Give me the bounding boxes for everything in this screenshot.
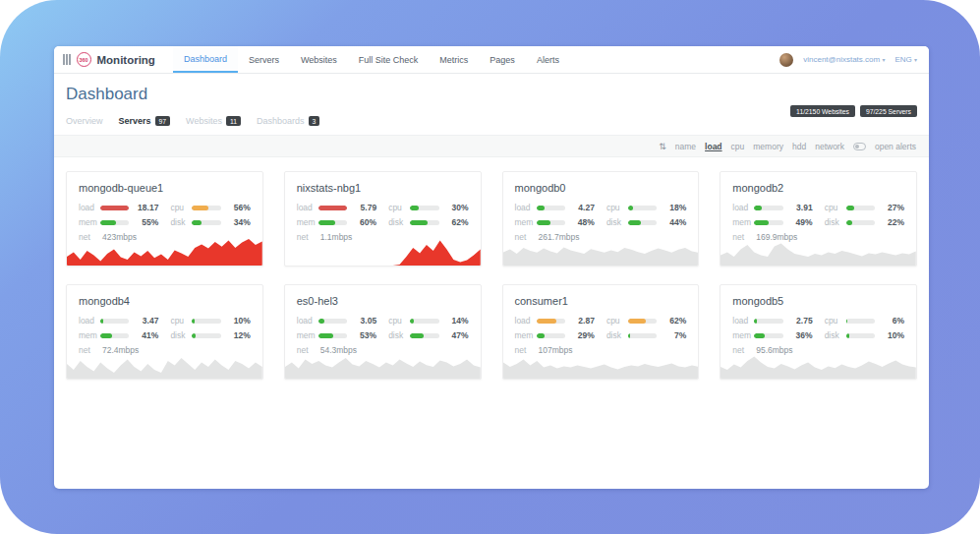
load-bar [537, 319, 565, 324]
open-alerts-filter[interactable]: open alerts [875, 142, 916, 151]
load-label: load [297, 316, 318, 326]
disk-bar [846, 333, 875, 338]
sort-by-load[interactable]: load [705, 142, 721, 151]
nav-tabs: Dashboard Servers Websites Full Site Che… [173, 46, 570, 73]
server-card[interactable]: mongodb4 load 3.47 cpu 10% mem 41% [66, 284, 263, 380]
page-header: Dashboard 11/2150 Websites 97/225 Server… [54, 74, 929, 135]
cpu-value: 30% [439, 203, 469, 212]
load-bar [754, 319, 782, 324]
tab-full-site-check[interactable]: Full Site Check [348, 46, 430, 73]
tab-dashboard[interactable]: Dashboard [173, 46, 238, 73]
load-bar [754, 206, 782, 210]
load-sparkline [285, 236, 481, 266]
user-menu[interactable]: vincent@nixstats.com ▾ [803, 55, 885, 64]
load-sparkline [721, 349, 916, 379]
mockup-frame: 360 Monitoring Dashboard Servers Website… [0, 0, 980, 534]
sort-by-hdd[interactable]: hdd [792, 142, 806, 151]
server-card[interactable]: nixstats-nbg1 load 5.79 cpu 30% mem [284, 171, 482, 267]
subtab-servers[interactable]: Servers97 [119, 116, 171, 126]
cpu-label: cpu [606, 316, 628, 326]
cpu-value: 10% [221, 316, 251, 326]
load-bar [100, 206, 129, 210]
cpu-label: cpu [388, 203, 410, 212]
mem-value: 53% [347, 330, 376, 340]
mem-bar [754, 220, 782, 225]
mem-value: 55% [129, 217, 158, 227]
load-sparkline [67, 349, 262, 379]
server-name[interactable]: mongodb0 [503, 172, 699, 203]
subtab-dashboards[interactable]: Dashboards3 [257, 116, 319, 126]
apps-grid-icon[interactable] [63, 54, 71, 65]
load-label: load [79, 316, 100, 326]
disk-bar [410, 220, 438, 225]
servers-count-badge[interactable]: 97/225 Servers [860, 105, 917, 117]
tab-pages[interactable]: Pages [479, 46, 526, 73]
cards-grid: mongodb-queue1 load 18.17 cpu 56% mem [54, 157, 929, 393]
server-card[interactable]: es0-hel3 load 3.05 cpu 14% mem 53% [284, 284, 482, 380]
load-bar [318, 319, 347, 324]
tab-websites[interactable]: Websites [290, 46, 348, 73]
cpu-bar [192, 319, 220, 324]
disk-label: disk [825, 217, 846, 227]
server-card[interactable]: mongodb0 load 4.27 cpu 18% mem 48% [502, 171, 700, 267]
disk-bar [192, 220, 220, 225]
sort-by-memory[interactable]: memory [753, 142, 783, 151]
user-avatar[interactable] [779, 53, 793, 67]
mem-value: 60% [347, 217, 376, 227]
load-value: 2.87 [565, 316, 595, 326]
tab-alerts[interactable]: Alerts [526, 46, 570, 73]
disk-value: 62% [439, 217, 469, 227]
cpu-value: 18% [657, 203, 686, 212]
subtab-overview[interactable]: Overview [66, 116, 103, 126]
load-value: 18.17 [129, 203, 158, 212]
sort-by-name[interactable]: name [675, 142, 696, 151]
open-alerts-toggle-icon[interactable] [853, 143, 866, 150]
count-badge: 3 [309, 116, 320, 126]
server-name[interactable]: mongodb5 [721, 285, 916, 316]
tab-servers[interactable]: Servers [238, 46, 290, 73]
disk-bar [628, 220, 657, 225]
server-card[interactable]: mongodb5 load 2.75 cpu 6% mem 36% [720, 284, 917, 380]
cpu-bar [410, 206, 438, 210]
sub-tabs: Overview Servers97 Websites11 Dashboards… [66, 116, 917, 135]
mem-value: 48% [565, 217, 595, 227]
sort-direction-icon[interactable]: ⇅ [659, 142, 666, 151]
mem-label: mem [515, 217, 537, 227]
server-card[interactable]: consumer1 load 2.87 cpu 62% mem 29% [502, 284, 700, 380]
load-value: 3.91 [783, 203, 813, 212]
server-name[interactable]: es0-hel3 [285, 285, 481, 316]
mem-bar [100, 333, 129, 338]
mem-bar [318, 220, 347, 225]
sort-by-cpu[interactable]: cpu [731, 142, 745, 151]
server-name[interactable]: nixstats-nbg1 [285, 172, 481, 203]
sort-by-network[interactable]: network [815, 142, 844, 151]
count-badge: 97 [155, 116, 171, 126]
disk-bar [410, 333, 438, 338]
chevron-down-icon: ▾ [882, 57, 885, 63]
websites-count-badge[interactable]: 11/2150 Websites [790, 105, 855, 117]
disk-label: disk [388, 217, 410, 227]
mem-bar [537, 333, 565, 338]
disk-label: disk [170, 217, 192, 227]
mem-bar [754, 333, 782, 338]
logo-360-icon[interactable]: 360 [77, 52, 91, 67]
server-card[interactable]: mongodb-queue1 load 18.17 cpu 56% mem [66, 171, 263, 267]
tab-metrics[interactable]: Metrics [429, 46, 479, 73]
server-name[interactable]: mongodb2 [721, 172, 916, 203]
subtab-websites[interactable]: Websites11 [186, 116, 241, 126]
load-label: load [515, 203, 537, 212]
mem-bar [537, 220, 565, 225]
language-selector[interactable]: ENG ▾ [894, 55, 917, 64]
disk-value: 34% [221, 217, 251, 227]
cpu-value: 27% [875, 203, 904, 212]
server-card[interactable]: mongodb2 load 3.91 cpu 27% mem 49% [720, 171, 917, 267]
server-name[interactable]: consumer1 [503, 285, 699, 316]
server-name[interactable]: mongodb-queue1 [67, 172, 262, 203]
mem-label: mem [732, 217, 754, 227]
page-title: Dashboard [66, 85, 917, 104]
cpu-value: 62% [657, 316, 686, 326]
top-nav: 360 Monitoring Dashboard Servers Website… [54, 46, 929, 74]
cpu-value: 14% [439, 316, 469, 326]
user-email-label: vincent@nixstats.com [803, 55, 880, 64]
server-name[interactable]: mongodb4 [67, 285, 262, 316]
